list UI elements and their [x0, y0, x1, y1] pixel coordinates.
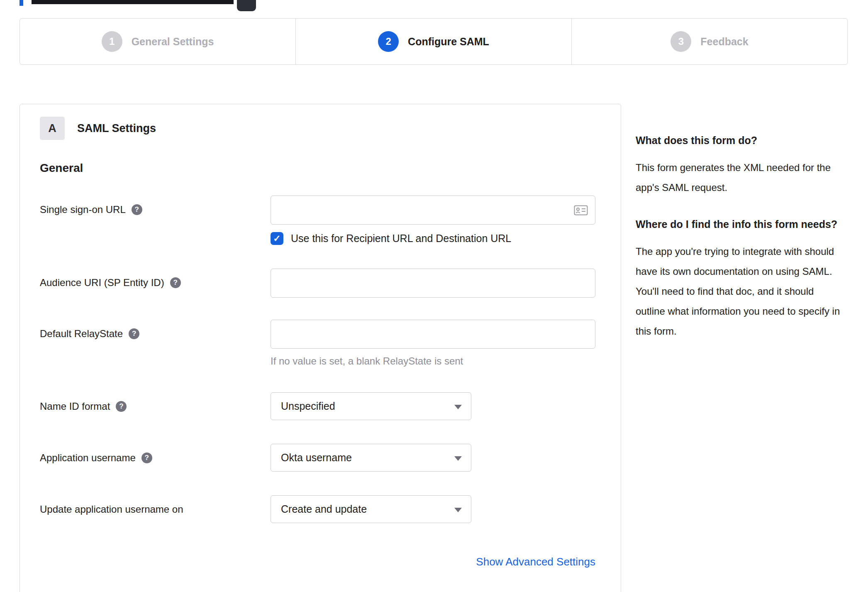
step-label: Configure SAML: [408, 36, 489, 48]
relaystate-label-wrap: Default RelayState ?: [40, 320, 271, 340]
section-a-badge: A: [40, 117, 65, 140]
chevron-down-icon: [454, 456, 462, 461]
nameid-format-label-wrap: Name ID format ?: [40, 392, 271, 412]
step-number-badge: 3: [671, 31, 691, 52]
audience-uri-label-wrap: Audience URI (SP Entity ID) ?: [40, 269, 271, 289]
help-icon[interactable]: ?: [129, 328, 139, 339]
chevron-down-icon: [454, 508, 462, 512]
saml-settings-panel: A SAML Settings General Single sign-on U…: [20, 104, 621, 592]
update-username-select[interactable]: Create and update: [271, 495, 471, 523]
cropped-title-fragment: [32, 0, 234, 4]
update-username-label: Update application username on: [40, 504, 183, 515]
audience-uri-input[interactable]: [271, 269, 595, 298]
app-username-select[interactable]: Okta username: [271, 444, 471, 472]
wizard-stepper: 1 General Settings 2 Configure SAML 3 Fe…: [20, 18, 848, 65]
audience-uri-label: Audience URI (SP Entity ID): [40, 277, 164, 289]
advanced-settings-row: Show Advanced Settings: [40, 555, 601, 568]
relaystate-helper-text: If no value is set, a blank RelayState i…: [271, 355, 595, 367]
sso-url-input[interactable]: [271, 196, 595, 225]
nameid-format-label: Name ID format: [40, 401, 110, 412]
help-question-2: Where do I find the info this form needs…: [636, 216, 843, 232]
app-username-label-wrap: Application username ?: [40, 444, 271, 464]
relaystate-label: Default RelayState: [40, 328, 123, 340]
relaystate-row: Default RelayState ? If no value is set,…: [40, 320, 601, 367]
app-username-row: Application username ? Okta username: [40, 444, 601, 472]
step-label: General Settings: [132, 36, 214, 48]
nameid-format-select[interactable]: Unspecified: [271, 392, 471, 420]
app-username-label: Application username: [40, 452, 136, 464]
nameid-format-value: Unspecified: [281, 400, 335, 412]
help-icon[interactable]: ?: [170, 277, 181, 288]
help-answer-1: This form generates the XML needed for t…: [636, 158, 843, 198]
help-icon[interactable]: ?: [141, 453, 152, 463]
step-general-settings[interactable]: 1 General Settings: [20, 19, 295, 64]
general-section-title: General: [40, 161, 601, 175]
sso-url-label-wrap: Single sign-on URL ?: [40, 196, 271, 215]
panel-title: SAML Settings: [77, 122, 156, 135]
update-username-label-wrap: Update application username on: [40, 495, 271, 515]
update-username-row: Update application username on Create an…: [40, 495, 601, 523]
cropped-logo-fragment: [20, 0, 23, 6]
help-icon[interactable]: ?: [132, 204, 142, 215]
step-label: Feedback: [700, 36, 748, 48]
step-configure-saml[interactable]: 2 Configure SAML: [295, 19, 571, 64]
contact-card-icon[interactable]: [574, 205, 588, 218]
sso-url-label: Single sign-on URL: [40, 204, 126, 215]
help-icon[interactable]: ?: [116, 401, 127, 412]
help-question-1: What does this form do?: [636, 132, 843, 149]
nameid-format-row: Name ID format ? Unspecified: [40, 392, 601, 420]
relaystate-input[interactable]: [271, 320, 595, 349]
show-advanced-settings-link[interactable]: Show Advanced Settings: [476, 555, 595, 568]
update-username-value: Create and update: [281, 503, 367, 515]
chevron-down-icon: [454, 405, 462, 409]
audience-uri-row: Audience URI (SP Entity ID) ?: [40, 269, 601, 298]
cropped-icon-fragment: [237, 0, 256, 11]
step-feedback[interactable]: 3 Feedback: [571, 19, 847, 64]
recipient-url-checkbox[interactable]: ✓: [271, 232, 283, 245]
step-number-badge: 2: [378, 31, 399, 52]
step-number-badge: 1: [102, 31, 122, 52]
help-answer-2: The app you're trying to integrate with …: [636, 242, 843, 341]
recipient-url-checkbox-label: Use this for Recipient URL and Destinati…: [291, 232, 511, 245]
help-sidebar: What does this form do? This form genera…: [636, 132, 843, 341]
app-username-value: Okta username: [281, 452, 352, 464]
sso-url-row: Single sign-on URL ?: [40, 196, 601, 245]
saml-form: Single sign-on URL ?: [40, 196, 601, 568]
